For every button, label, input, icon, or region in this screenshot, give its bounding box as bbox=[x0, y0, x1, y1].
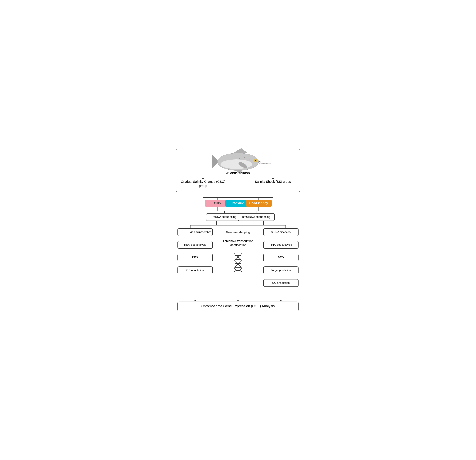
gsc-label2: group bbox=[199, 184, 207, 188]
threshold-label2: identification bbox=[230, 243, 246, 247]
threshold-label: Threshold transcription bbox=[223, 239, 253, 243]
noaa-credit: NOAA Fisheries bbox=[259, 163, 271, 165]
denovo-label: de novo bbox=[190, 231, 200, 234]
svg-point-16 bbox=[246, 157, 247, 157]
diagram-container: Atlantic salmon NOAA Fisheries Gradual S… bbox=[167, 144, 309, 316]
target-label: Target prediction bbox=[271, 269, 291, 272]
svg-marker-68 bbox=[280, 300, 282, 302]
intestine-label: Intestine bbox=[231, 201, 245, 205]
svg-point-12 bbox=[256, 160, 256, 160]
deg-right-label: DEG bbox=[278, 256, 284, 259]
ss-label: Salinity Shock (SS) group bbox=[255, 180, 291, 184]
deg-left-label: DEG bbox=[192, 256, 198, 259]
svg-point-2 bbox=[221, 159, 252, 169]
gills-label: Gills bbox=[214, 201, 221, 205]
headkidney-label: Head kidney bbox=[249, 201, 268, 205]
rnaseq-right-label: RNA-Seq analysis bbox=[270, 243, 292, 246]
gsc-label: Gradual Salinity Change (GSC) bbox=[181, 180, 225, 184]
denovo-label2: assembly bbox=[199, 231, 211, 234]
svg-point-15 bbox=[249, 159, 249, 160]
mirna-label: miRNA discovery bbox=[271, 231, 291, 234]
smallrna-label: smallRNA sequencing bbox=[242, 215, 270, 218]
svg-point-14 bbox=[239, 158, 240, 159]
cge-label: Chromosome Gene Expression (CGE) Analysi… bbox=[201, 304, 275, 308]
genome-mapping-label: Genome Mapping bbox=[226, 231, 250, 234]
salmon-title: Atlantic salmon bbox=[226, 171, 250, 175]
svg-point-13 bbox=[244, 157, 245, 158]
mrna-label: mRNA sequencing bbox=[212, 215, 236, 218]
svg-point-11 bbox=[255, 160, 256, 161]
svg-marker-61 bbox=[237, 300, 239, 302]
go-right-label: GO annotation bbox=[272, 281, 290, 284]
dna-icon bbox=[235, 253, 241, 272]
svg-marker-48 bbox=[194, 300, 196, 302]
rnaseq-left-label: RNA-Seq analysis bbox=[184, 243, 206, 246]
go-left-label: GO annotation bbox=[186, 269, 204, 272]
